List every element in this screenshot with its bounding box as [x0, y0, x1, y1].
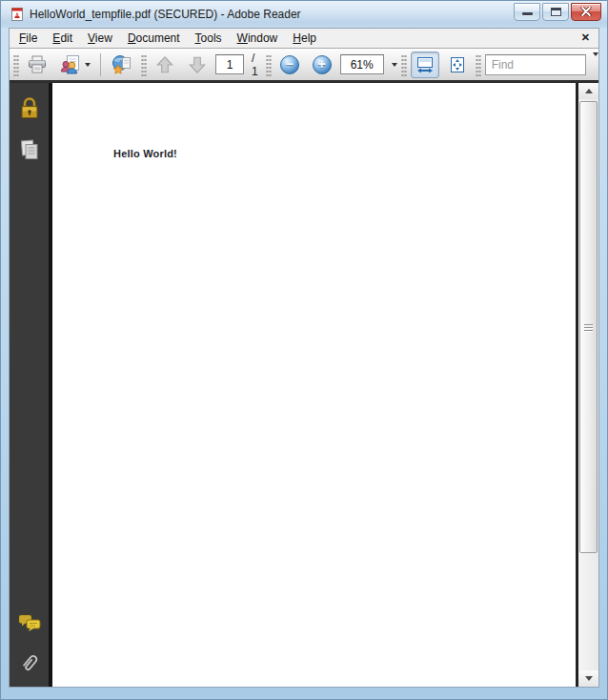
- printer-icon: [27, 55, 48, 74]
- toolbar-grip[interactable]: [13, 53, 19, 76]
- toolbar-grip[interactable]: [476, 53, 481, 76]
- scroll-down-button[interactable]: [578, 670, 598, 687]
- menu-window[interactable]: Window: [230, 30, 286, 48]
- document-page[interactable]: Hello World!: [52, 83, 578, 687]
- client-area: File Edit View Document Tools Window Hel…: [9, 28, 599, 688]
- page-count-label: / 1: [248, 51, 262, 78]
- titlebar[interactable]: HelloWorld_tempfile.pdf (SECURED) - Adob…: [1, 1, 607, 28]
- vertical-scrollbar: [578, 83, 598, 687]
- fit-page-button[interactable]: [443, 51, 472, 78]
- collaborate-button[interactable]: [107, 51, 137, 78]
- fit-page-icon: [448, 55, 467, 74]
- menu-edit[interactable]: Edit: [45, 30, 80, 48]
- lock-icon: [19, 95, 40, 120]
- minimize-button[interactable]: [514, 3, 540, 21]
- collaborate-globe-icon: [111, 54, 133, 75]
- sidebar-item-comments[interactable]: [15, 610, 44, 637]
- find-combo: [485, 54, 603, 75]
- paperclip-icon: [18, 651, 41, 676]
- previous-page-button[interactable]: [151, 51, 179, 78]
- sidebar-item-security[interactable]: [15, 94, 44, 121]
- zoom-in-icon: +: [313, 55, 332, 74]
- close-document-icon[interactable]: ✕: [581, 31, 590, 44]
- adobe-reader-pdf-icon: [10, 7, 25, 22]
- window-title: HelloWorld_tempfile.pdf (SECURED) - Adob…: [30, 8, 301, 21]
- zoom-out-icon: −: [280, 55, 299, 74]
- comments-icon: [17, 613, 42, 634]
- minimize-icon: [522, 12, 533, 15]
- scrollbar-thumb[interactable]: [579, 101, 598, 553]
- zoom-out-button[interactable]: −: [275, 51, 304, 78]
- toolbar-grip[interactable]: [266, 53, 272, 76]
- share-review-button[interactable]: [55, 51, 94, 78]
- toolbar-grip[interactable]: [401, 53, 407, 76]
- toolbar-separator: [100, 53, 101, 76]
- menu-view[interactable]: View: [80, 30, 120, 48]
- close-button[interactable]: [571, 3, 601, 21]
- close-icon: [580, 7, 592, 16]
- navigation-sidebar: [10, 83, 52, 687]
- scrollbar-track[interactable]: [578, 99, 598, 670]
- window-controls: [514, 3, 601, 21]
- pages-icon: [18, 138, 41, 161]
- menu-help[interactable]: Help: [285, 30, 324, 48]
- find-dropdown-caret-icon: [593, 52, 598, 72]
- toolbar: / 1 − +: [10, 48, 598, 83]
- scroll-up-arrow-icon: [585, 89, 593, 93]
- zoom-in-button[interactable]: +: [308, 51, 336, 78]
- menu-file[interactable]: File: [11, 30, 45, 48]
- page-number-input[interactable]: [215, 54, 244, 74]
- adobe-reader-window: HelloWorld_tempfile.pdf (SECURED) - Adob…: [0, 0, 608, 700]
- print-button[interactable]: [23, 51, 51, 78]
- menu-tools[interactable]: Tools: [188, 30, 230, 48]
- fit-width-icon: [415, 55, 435, 74]
- zoom-dropdown-caret-icon[interactable]: [392, 63, 397, 67]
- menu-bar: File Edit View Document Tools Window Hel…: [10, 29, 598, 48]
- menu-document[interactable]: Document: [120, 30, 188, 48]
- scrollbar-grip-icon: [584, 324, 593, 331]
- fit-width-button[interactable]: [411, 51, 439, 78]
- sidebar-item-pages[interactable]: [15, 136, 44, 163]
- find-dropdown-caret[interactable]: [586, 56, 603, 73]
- maximize-button[interactable]: [542, 3, 569, 21]
- next-page-button[interactable]: [183, 51, 212, 78]
- maximize-icon: [551, 8, 561, 16]
- work-area: Hello World!: [10, 83, 598, 687]
- next-page-arrow-icon: [187, 54, 208, 75]
- scroll-up-button[interactable]: [578, 83, 598, 99]
- scroll-down-arrow-icon: [585, 676, 593, 681]
- share-dropdown-caret-icon: [85, 63, 91, 67]
- toolbar-grip[interactable]: [141, 53, 147, 76]
- sidebar-item-attachments[interactable]: [15, 650, 44, 677]
- zoom-level-input[interactable]: [340, 54, 384, 74]
- document-text: Hello World!: [113, 148, 177, 159]
- share-with-people-icon: [59, 54, 82, 75]
- find-input[interactable]: [485, 54, 586, 75]
- previous-page-arrow-icon: [154, 54, 175, 75]
